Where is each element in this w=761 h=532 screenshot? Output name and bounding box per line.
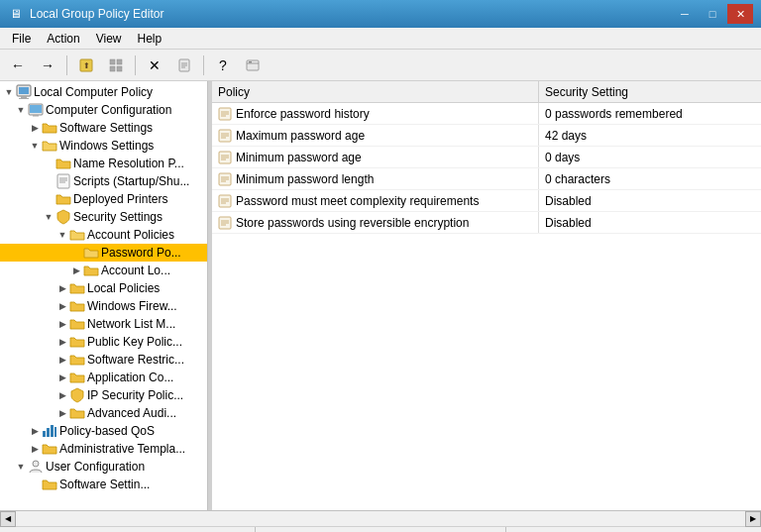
tree-item-advanced-audit[interactable]: ▶ Advanced Audi...	[0, 404, 207, 422]
policy-name-text-3: Minimum password length	[236, 172, 374, 186]
toggle-computer-config[interactable]: ▼	[14, 103, 28, 117]
table-row[interactable]: Password must meet complexity requiremen…	[212, 190, 761, 212]
folder-restrict-icon	[69, 352, 85, 368]
tree-item-security-settings[interactable]: ▼ Security Settings	[0, 208, 207, 226]
toggle-audit[interactable]: ▶	[55, 406, 69, 420]
tree-item-software-restrict[interactable]: ▶ Software Restric...	[0, 351, 207, 369]
computer-icon	[16, 84, 32, 100]
policy-name-1: Maximum password age	[212, 125, 539, 146]
maximize-button[interactable]: □	[700, 4, 725, 24]
toolbar-sep-1	[66, 55, 67, 75]
table-row[interactable]: Maximum password age 42 days	[212, 125, 761, 147]
menu-view[interactable]: View	[88, 28, 130, 49]
tree-item-user-software[interactable]: Software Settin...	[0, 476, 207, 493]
tree-item-windows-settings[interactable]: ▼ Windows Settings	[0, 137, 207, 155]
tree-item-scripts[interactable]: Scripts (Startup/Shu...	[0, 172, 207, 190]
shield-security-icon	[55, 209, 71, 225]
tree-item-app-control[interactable]: ▶ Application Co...	[0, 369, 207, 386]
toggle-user-config[interactable]: ▼	[14, 460, 28, 474]
tree-item-user-config[interactable]: ▼ User Configuration	[0, 458, 207, 476]
export-button[interactable]	[170, 53, 198, 78]
policy-name-0: Enforce password history	[212, 103, 539, 124]
tree-item-admin-templates[interactable]: ▶ Administrative Templa...	[0, 440, 207, 458]
toggle-network[interactable]: ▶	[55, 317, 69, 331]
properties-button[interactable]	[239, 53, 267, 78]
table-row[interactable]: Enforce password history 0 passwords rem…	[212, 103, 761, 125]
policy-icon-0	[218, 107, 232, 121]
hscroll-right-button[interactable]: ▶	[745, 511, 761, 527]
tree-item-deployed-printers[interactable]: Deployed Printers	[0, 190, 207, 208]
tree-label-admin: Administrative Templa...	[59, 442, 185, 456]
forward-button[interactable]: →	[34, 53, 61, 78]
tree-item-name-resolution[interactable]: Name Resolution P...	[0, 155, 207, 172]
folder-local-icon	[69, 280, 85, 296]
policy-name-text-4: Password must meet complexity requiremen…	[236, 194, 479, 208]
policy-icon-3	[218, 172, 232, 186]
toggle-account-lockout[interactable]: ▶	[69, 264, 83, 277]
tree-item-public-key[interactable]: ▶ Public Key Polic...	[0, 333, 207, 351]
policy-table: Enforce password history 0 passwords rem…	[212, 103, 761, 510]
svg-rect-2	[110, 59, 115, 64]
tree-item-password-policy[interactable]: Password Po...	[0, 244, 207, 262]
table-row[interactable]: Minimum password length 0 characters	[212, 168, 761, 190]
menu-file[interactable]: File	[4, 28, 39, 49]
toggle-software[interactable]: ▶	[28, 121, 42, 135]
tree-item-software-settings[interactable]: ▶ Software Settings	[0, 119, 207, 137]
svg-rect-18	[30, 105, 42, 113]
tree-label-printers: Deployed Printers	[73, 192, 167, 206]
hscroll-track[interactable]	[16, 511, 745, 526]
minimize-button[interactable]: ─	[672, 4, 698, 24]
toggle-windows[interactable]: ▼	[28, 139, 42, 153]
folder-software-icon	[42, 120, 57, 136]
svg-rect-10	[247, 60, 259, 70]
tree-label-audit: Advanced Audi...	[87, 406, 176, 420]
policy-scripts-icon	[55, 173, 71, 189]
toggle-account-policies[interactable]: ▼	[55, 228, 69, 242]
toggle-security[interactable]: ▼	[42, 210, 55, 224]
user-config-icon	[28, 459, 44, 475]
horizontal-scrollbar[interactable]: ◀ ▶	[0, 510, 761, 526]
back-button[interactable]: ←	[4, 53, 32, 78]
toggle-qos[interactable]: ▶	[28, 424, 42, 438]
tree-item-account-lockout[interactable]: ▶ Account Lo...	[0, 262, 207, 279]
svg-rect-14	[19, 87, 29, 94]
tree-item-computer-config[interactable]: ▼ Computer Configuration	[0, 101, 207, 119]
col-header-policy: Policy	[212, 81, 539, 102]
tree-label-computer-config: Computer Configuration	[46, 103, 171, 117]
tree-item-network-list[interactable]: ▶ Network List M...	[0, 315, 207, 333]
tree-item-policy-qos[interactable]: ▶ Policy-based QoS	[0, 422, 207, 440]
status-bar	[0, 526, 761, 532]
up-button[interactable]: ⬆	[72, 53, 100, 78]
close-button[interactable]: ✕	[727, 4, 753, 24]
menu-action[interactable]: Action	[39, 28, 87, 49]
table-row[interactable]: Minimum password age 0 days	[212, 147, 761, 168]
table-row[interactable]: Store passwords using reversible encrypt…	[212, 212, 761, 234]
tree-label-software: Software Settings	[59, 121, 153, 135]
toggle-public-key[interactable]: ▶	[55, 335, 69, 349]
tree-label-local-policies: Local Policies	[87, 281, 160, 295]
tree-label-restrict: Software Restric...	[87, 353, 184, 367]
menu-help[interactable]: Help	[130, 28, 170, 49]
folder-lockout-icon	[83, 263, 99, 278]
tree-item-account-policies[interactable]: ▼ Account Policies	[0, 226, 207, 244]
toggle-app-control[interactable]: ▶	[55, 371, 69, 384]
tree-item-ip-security[interactable]: ▶ IP Security Polic...	[0, 386, 207, 404]
toggle-local-policies[interactable]: ▶	[55, 281, 69, 295]
toggle-software-restrict[interactable]: ▶	[55, 353, 69, 367]
tree-panel: ▼ Local Computer Policy ▼ Computer Confi…	[0, 81, 208, 510]
view-button[interactable]	[102, 53, 130, 78]
policy-name-text-5: Store passwords using reversible encrypt…	[236, 216, 469, 230]
tree-item-windows-firewall[interactable]: ▶ Windows Firew...	[0, 297, 207, 315]
toggle-admin-templates[interactable]: ▶	[28, 442, 42, 456]
toggle-root[interactable]: ▼	[2, 85, 16, 99]
svg-rect-12	[249, 61, 252, 63]
toggle-ip-security[interactable]: ▶	[55, 388, 69, 402]
hscroll-left-button[interactable]: ◀	[0, 511, 16, 527]
toggle-firewall[interactable]: ▶	[55, 299, 69, 313]
tree-item-local-policies[interactable]: ▶ Local Policies	[0, 279, 207, 297]
delete-button[interactable]: ✕	[141, 53, 168, 78]
folder-password-icon	[83, 245, 99, 261]
tree-item-root[interactable]: ▼ Local Computer Policy	[0, 83, 207, 101]
help-button[interactable]: ?	[209, 53, 237, 78]
svg-point-28	[33, 461, 39, 467]
